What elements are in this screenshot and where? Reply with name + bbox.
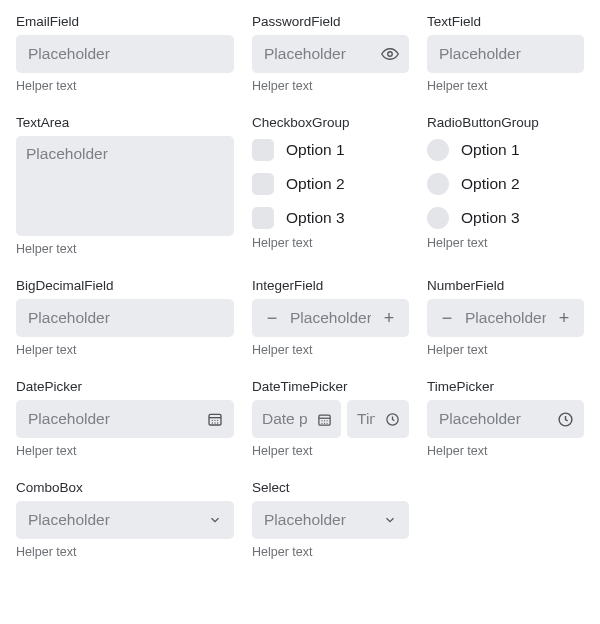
field-label: DateTimePicker — [252, 379, 409, 394]
clock-icon[interactable] — [383, 410, 401, 428]
field-label: RadioButtonGroup — [427, 115, 584, 130]
number-field: NumberField − + Helper text — [427, 278, 584, 357]
checkbox-icon[interactable] — [252, 207, 274, 229]
bigdecimal-input[interactable] — [26, 308, 224, 328]
field-label: TextArea — [16, 115, 234, 130]
date-input[interactable] — [26, 409, 200, 429]
select-input[interactable] — [262, 510, 375, 530]
combobox-input[interactable] — [26, 510, 200, 530]
chevron-down-icon[interactable] — [381, 511, 399, 529]
helper-text: Helper text — [16, 545, 234, 559]
integer-field: IntegerField − + Helper text — [252, 278, 409, 357]
field-label: TimePicker — [427, 379, 584, 394]
time-input[interactable] — [437, 409, 550, 429]
minus-icon[interactable]: − — [437, 308, 457, 329]
radio-group-field: RadioButtonGroup Option 1 Option 2 Optio… — [427, 115, 584, 256]
plus-icon[interactable]: + — [379, 308, 399, 329]
input-container[interactable] — [427, 400, 584, 438]
helper-text: Helper text — [16, 343, 234, 357]
option-label: Option 3 — [461, 209, 520, 227]
password-input[interactable] — [262, 44, 375, 64]
clock-icon[interactable] — [556, 410, 574, 428]
integer-input[interactable] — [288, 308, 373, 328]
form-fields-grid: EmailField Helper text PasswordField Hel… — [16, 14, 584, 559]
helper-text: Helper text — [252, 444, 409, 458]
date-input[interactable] — [260, 409, 309, 429]
checkbox-group: Option 1 Option 2 Option 3 — [252, 136, 409, 230]
field-label: ComboBox — [16, 480, 234, 495]
radio-icon[interactable] — [427, 173, 449, 195]
radio-group: Option 1 Option 2 Option 3 — [427, 136, 584, 230]
calendar-icon[interactable] — [315, 410, 333, 428]
svg-point-4 — [214, 420, 215, 421]
select-field: Select Helper text — [252, 480, 409, 559]
textarea-field: TextArea Helper text — [16, 115, 234, 256]
field-label: BigDecimalField — [16, 278, 234, 293]
calendar-icon[interactable] — [206, 410, 224, 428]
svg-point-6 — [212, 422, 213, 423]
datetime-picker-field: DateTimePicker — [252, 379, 409, 458]
option-label: Option 2 — [461, 175, 520, 193]
checkbox-option[interactable]: Option 3 — [252, 206, 409, 230]
checkbox-option[interactable]: Option 1 — [252, 138, 409, 162]
svg-point-13 — [326, 420, 327, 421]
input-container[interactable] — [16, 400, 234, 438]
datetime-container — [252, 400, 409, 438]
date-part[interactable] — [252, 400, 341, 438]
radio-icon[interactable] — [427, 139, 449, 161]
option-label: Option 1 — [461, 141, 520, 159]
checkbox-icon[interactable] — [252, 139, 274, 161]
textarea-input[interactable] — [16, 136, 234, 236]
field-label: Select — [252, 480, 409, 495]
input-container[interactable] — [16, 35, 234, 73]
email-field: EmailField Helper text — [16, 14, 234, 93]
helper-text: Helper text — [252, 545, 409, 559]
svg-point-16 — [326, 422, 327, 423]
option-label: Option 1 — [286, 141, 345, 159]
svg-point-14 — [321, 422, 322, 423]
svg-point-15 — [323, 422, 324, 423]
chevron-down-icon[interactable] — [206, 511, 224, 529]
option-label: Option 2 — [286, 175, 345, 193]
svg-point-7 — [214, 422, 215, 423]
plus-icon[interactable]: + — [554, 308, 574, 329]
bigdecimal-field: BigDecimalField Helper text — [16, 278, 234, 357]
radio-icon[interactable] — [427, 207, 449, 229]
eye-icon[interactable] — [381, 45, 399, 63]
input-container[interactable] — [16, 299, 234, 337]
text-input[interactable] — [437, 44, 574, 64]
number-input[interactable] — [463, 308, 548, 328]
time-input[interactable] — [355, 409, 377, 429]
minus-icon[interactable]: − — [262, 308, 282, 329]
helper-text: Helper text — [16, 242, 234, 256]
text-field: TextField Helper text — [427, 14, 584, 93]
checkbox-option[interactable]: Option 2 — [252, 172, 409, 196]
input-container[interactable] — [427, 35, 584, 73]
input-container[interactable]: − + — [427, 299, 584, 337]
svg-point-11 — [321, 420, 322, 421]
field-label: CheckboxGroup — [252, 115, 409, 130]
input-container[interactable] — [252, 35, 409, 73]
checkbox-icon[interactable] — [252, 173, 274, 195]
input-container[interactable] — [16, 501, 234, 539]
svg-point-12 — [323, 420, 324, 421]
email-input[interactable] — [26, 44, 224, 64]
time-picker-field: TimePicker Helper text — [427, 379, 584, 458]
helper-text: Helper text — [427, 79, 584, 93]
field-label: PasswordField — [252, 14, 409, 29]
input-container[interactable]: − + — [252, 299, 409, 337]
combobox-field: ComboBox Helper text — [16, 480, 234, 559]
radio-option[interactable]: Option 3 — [427, 206, 584, 230]
field-label: TextField — [427, 14, 584, 29]
time-part[interactable] — [347, 400, 409, 438]
svg-point-0 — [388, 52, 393, 57]
radio-option[interactable]: Option 1 — [427, 138, 584, 162]
helper-text: Helper text — [16, 444, 234, 458]
svg-point-8 — [217, 422, 218, 423]
helper-text: Helper text — [252, 236, 409, 250]
input-container[interactable] — [252, 501, 409, 539]
radio-option[interactable]: Option 2 — [427, 172, 584, 196]
svg-point-3 — [212, 420, 213, 421]
checkbox-group-field: CheckboxGroup Option 1 Option 2 Option 3… — [252, 115, 409, 256]
helper-text: Helper text — [16, 79, 234, 93]
